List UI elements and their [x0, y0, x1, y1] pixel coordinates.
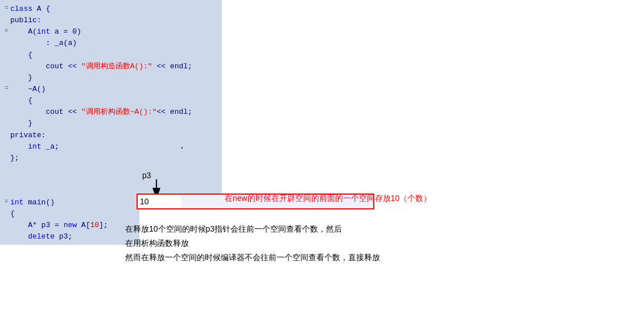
code-panel-main: = int main() { A* p3 = new A[10]; delete…: [0, 194, 139, 245]
code-line: {: [5, 95, 217, 106]
code-text: {: [10, 95, 32, 106]
code-text: cout << "调用析构函数~A():"<< endl;: [10, 106, 192, 118]
code-text: };: [10, 153, 19, 164]
code-line: A* p3 = new A[10];: [5, 220, 135, 231]
code-line: cout << "调用构造函数A():" << endl;: [5, 61, 217, 72]
explanation-line-2: 在用析构函数释放: [125, 236, 380, 250]
code-line: : _a(a): [5, 38, 217, 49]
code-line: }: [5, 72, 217, 84]
line-marker: =: [5, 3, 9, 13]
code-text: int _a;: [10, 141, 59, 153]
explanation-line-3: 然而在释放一个空间的时候编译器不会往前一个空间查看个数，直接释放: [125, 250, 380, 265]
code-line: = class A {: [5, 3, 217, 15]
code-text: int main(): [10, 197, 55, 208]
code-text: A(int a = 0): [10, 26, 81, 38]
code-line: = ~A(): [5, 84, 217, 95]
main-container: = class A { public: = A(int a = 0) : _a(…: [0, 0, 644, 329]
code-line: public:: [5, 15, 217, 26]
code-line: };: [5, 153, 217, 164]
line-marker: =: [5, 197, 9, 207]
code-text: }: [10, 72, 32, 84]
code-line: private:: [5, 130, 217, 141]
code-line: int _a;: [5, 141, 217, 153]
code-text: : _a(a): [10, 38, 77, 49]
code-text: {: [10, 208, 15, 220]
code-line: = A(int a = 0): [5, 26, 217, 38]
code-line: {: [5, 208, 135, 220]
p3-label: p3: [142, 171, 151, 180]
dot-separator: .: [179, 141, 185, 151]
code-text: {: [10, 50, 32, 61]
box-10: 10: [137, 194, 182, 209]
code-line: delete p3;: [5, 231, 135, 242]
box-value: 10: [140, 197, 149, 206]
line-marker: =: [5, 84, 9, 93]
code-line: = int main(): [5, 197, 135, 208]
code-text: class A {: [10, 3, 50, 15]
code-text: ~A(): [10, 84, 46, 95]
code-panel-class: = class A { public: = A(int a = 0) : _a(…: [0, 0, 222, 194]
code-text: delete p3;: [10, 231, 72, 242]
code-text: }: [10, 118, 32, 129]
annotation-right: 在new的时候在开辟空间的前面的一个空间存放10（个数）: [225, 194, 431, 204]
line-marker: =: [5, 26, 9, 36]
code-line: }: [5, 118, 217, 129]
code-text: public:: [10, 15, 42, 26]
code-line: {: [5, 50, 217, 61]
explanation-line-1: 在释放10个空间的时候p3指针会往前一个空间查看个数，然后: [125, 222, 380, 236]
code-text: A* p3 = new A[10];: [10, 220, 108, 231]
code-text: private:: [10, 130, 46, 141]
explanation-text: 在释放10个空间的时候p3指针会往前一个空间查看个数，然后 在用析构函数释放 然…: [125, 222, 380, 265]
code-text: cout << "调用构造函数A():" << endl;: [10, 61, 192, 72]
code-line: cout << "调用析构函数~A():"<< endl;: [5, 106, 217, 118]
